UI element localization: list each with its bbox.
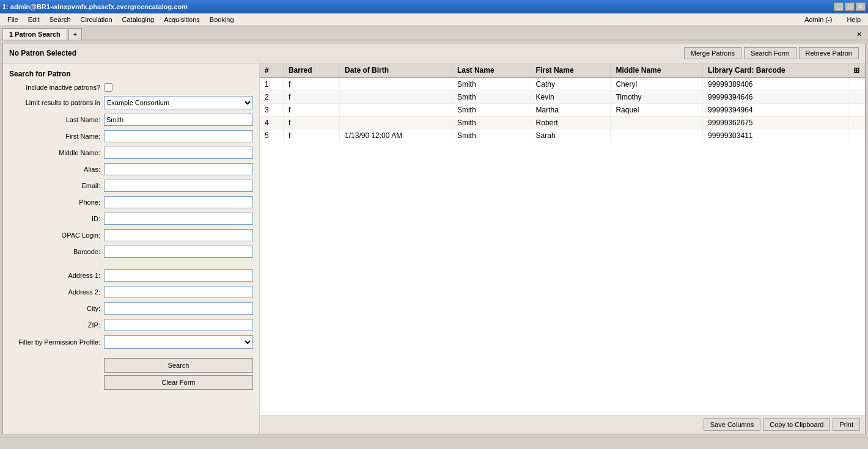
cell-6: 99999394646 [703,91,848,104]
menu-acquisitions[interactable]: Acquisitions [159,15,205,24]
limit-results-label: Limit results to patrons in [9,99,104,106]
clear-form-button[interactable]: Clear Form [104,375,253,390]
id-label: ID: [9,215,104,222]
title-bar-text: 1: admin@BR1-winxpvmfx.phasefx.evergreen… [2,3,188,10]
search-form-button[interactable]: Search Form [744,47,796,59]
cell-5: Raquel [611,104,703,117]
status-bar [0,437,868,449]
retrieve-patron-button[interactable]: Retrieve Patron [799,47,859,59]
table-row[interactable]: 1fSmithCathyCheryl99999389406 [260,78,865,91]
cell-7 [848,104,865,117]
results-tbody: 1fSmithCathyCheryl999993894062fSmithKevi… [260,78,865,142]
cell-5 [611,130,703,142]
address1-input[interactable] [104,269,253,282]
cell-7 [848,117,865,130]
first-name-label: First Name: [9,133,104,140]
last-name-input[interactable] [104,114,253,126]
menu-admin[interactable]: Admin (-) [800,15,837,24]
cell-6: 99999303411 [703,130,848,142]
alias-row: Alias: [9,163,253,175]
title-bar: 1: admin@BR1-winxpvmfx.phasefx.evergreen… [0,0,868,13]
menu-file[interactable]: File [2,15,23,24]
tab-close-button[interactable]: ✕ [853,29,866,40]
col-num: # [260,64,283,78]
city-row: City: [9,302,253,315]
menu-cataloging[interactable]: Cataloging [117,15,160,24]
col-middlename: Middle Name [611,64,703,78]
menu-bar: File Edit Search Circulation Cataloging … [0,13,868,26]
address1-row: Address 1: [9,269,253,282]
middle-name-input[interactable] [104,147,253,159]
cell-1: f [283,104,339,117]
right-panel: # Barred Date of Birth Last Name First N… [260,64,865,434]
search-for-patron-title: Search for Patron [9,70,253,78]
col-resize-handle[interactable]: ⊞ [848,64,865,78]
menu-help[interactable]: Help [842,15,866,24]
address2-input[interactable] [104,286,253,298]
cell-3: Smith [452,91,531,104]
address1-label: Address 1: [9,272,104,279]
cell-5 [611,117,703,130]
cell-2 [340,91,452,104]
cell-4: Martha [531,104,611,117]
email-label: Email: [9,182,104,189]
minimize-button[interactable]: _ [834,2,844,11]
first-name-input[interactable] [104,130,253,142]
cell-1: f [283,117,339,130]
cell-0: 2 [260,91,283,104]
phone-row: Phone: [9,196,253,208]
tab-add-button[interactable]: + [68,28,82,40]
id-input[interactable] [104,213,253,225]
cell-2 [340,104,452,117]
cell-1: f [283,78,339,91]
close-window-button[interactable]: ✕ [856,2,866,11]
table-row[interactable]: 2fSmithKevinTimothy99999394646 [260,91,865,104]
table-row[interactable]: 3fSmithMarthaRaquel99999394964 [260,104,865,117]
permission-profile-select[interactable] [104,335,253,349]
search-button[interactable]: Search [104,358,253,373]
save-columns-button[interactable]: Save Columns [704,418,761,431]
cell-6: 99999389406 [703,78,848,91]
menu-edit[interactable]: Edit [23,15,45,24]
zip-label: ZIP: [9,321,104,329]
include-inactive-checkbox[interactable] [104,83,112,92]
header-buttons: Merge Patrons Search Form Retrieve Patro… [684,47,859,59]
tab-patron-search[interactable]: 1 Patron Search [2,28,67,40]
copy-clipboard-button[interactable]: Copy to Clipboard [763,418,830,431]
cell-3: Smith [452,104,531,117]
merge-patrons-button[interactable]: Merge Patrons [684,47,741,59]
cell-3: Smith [452,78,531,91]
city-input[interactable] [104,302,253,315]
cell-7 [848,130,865,142]
zip-input[interactable] [104,319,253,331]
title-bar-controls: _ □ ✕ [834,2,866,11]
include-inactive-label: Include inactive patrons? [9,84,104,91]
table-row[interactable]: 4fSmithRobert99999362675 [260,117,865,130]
alias-input[interactable] [104,163,253,175]
cell-2 [340,78,452,91]
body-split: Search for Patron Include inactive patro… [3,64,865,434]
menu-search[interactable]: Search [45,15,76,24]
menu-booking[interactable]: Booking [205,15,239,24]
col-barcode: Library Card: Barcode [703,64,848,78]
opac-login-input[interactable] [104,229,253,241]
print-button[interactable]: Print [833,418,860,431]
email-input[interactable] [104,180,253,192]
phone-input[interactable] [104,196,253,208]
barcode-input[interactable] [104,246,253,258]
cell-1: f [283,130,339,142]
middle-name-label: Middle Name: [9,149,104,156]
results-table: # Barred Date of Birth Last Name First N… [260,64,865,415]
cell-4: Kevin [531,91,611,104]
main-content: No Patron Selected Merge Patrons Search … [2,43,866,434]
last-name-label: Last Name: [9,116,104,123]
table-footer: Save Columns Copy to Clipboard Print [260,415,865,434]
maximize-button[interactable]: □ [845,2,855,11]
table-row[interactable]: 5f1/13/90 12:00 AMSmithSarah99999303411 [260,130,865,142]
limit-results-select[interactable]: Example Consortium [104,96,253,109]
phone-label: Phone: [9,199,104,206]
middle-name-row: Middle Name: [9,147,253,159]
alias-label: Alias: [9,166,104,173]
menu-circulation[interactable]: Circulation [76,15,117,24]
cell-5: Timothy [611,91,703,104]
